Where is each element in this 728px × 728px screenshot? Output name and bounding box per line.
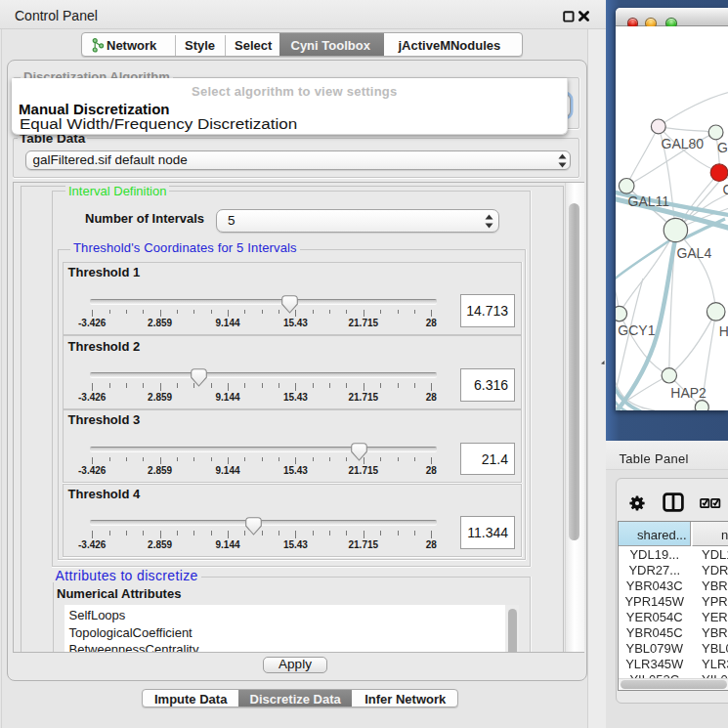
svg-text:C: C — [723, 182, 728, 197]
svg-text:GCY1: GCY1 — [618, 322, 655, 338]
svg-text:GAL80: GAL80 — [662, 136, 705, 151]
svg-text:H: H — [719, 323, 728, 339]
svg-text:HAP2: HAP2 — [670, 385, 707, 401]
svg-text:GA: GA — [717, 140, 728, 155]
svg-text:GAL4: GAL4 — [676, 245, 711, 261]
svg-text:GAL11: GAL11 — [628, 193, 670, 209]
